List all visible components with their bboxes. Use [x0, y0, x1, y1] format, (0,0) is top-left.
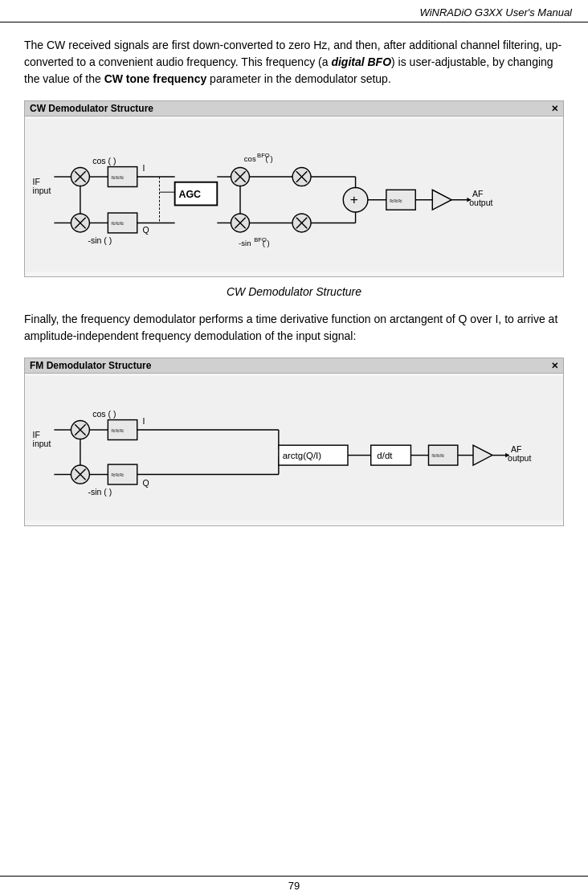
svg-text:≈≈≈: ≈≈≈ — [390, 196, 402, 205]
svg-text:+: + — [350, 191, 358, 207]
svg-text:≈≈≈: ≈≈≈ — [111, 426, 124, 435]
svg-text:≈≈≈: ≈≈≈ — [431, 451, 444, 460]
svg-text:≈≈≈: ≈≈≈ — [111, 470, 124, 479]
svg-text:I: I — [142, 163, 145, 173]
svg-text:input: input — [33, 439, 51, 448]
svg-text:Q: Q — [142, 478, 149, 488]
intro-paragraph: The CW received signals are first down-c… — [24, 37, 564, 88]
page-footer: 79 — [0, 876, 588, 895]
svg-text:( ): ( ) — [266, 154, 273, 163]
svg-text:Q: Q — [142, 225, 149, 235]
fm-diagram-container: FM Demodulator Structure ✕ IF input — [24, 358, 564, 526]
cw-diagram-container: CW Demodulator Structure ✕ IF input — [24, 100, 564, 277]
fm-diagram-titlebar: FM Demodulator Structure ✕ — [25, 358, 563, 374]
cw-diagram-title: CW Demodulator Structure — [30, 103, 153, 114]
cw-diagram-svg: IF input cos ( ) -sin ( — [25, 116, 563, 274]
header-title: WiNRADiO G3XX User's Manual — [420, 6, 572, 18]
middle-paragraph: Finally, the frequency demodulator perfo… — [24, 311, 564, 345]
svg-text:AF: AF — [511, 444, 521, 454]
svg-text:IF: IF — [33, 177, 40, 186]
page-number: 79 — [288, 880, 300, 892]
svg-text:input: input — [33, 186, 51, 195]
svg-text:-sin ( ): -sin ( ) — [88, 235, 112, 245]
cw-caption: CW Demodulator Structure — [24, 285, 564, 298]
intro-text-3: parameter in the demodulator setup. — [206, 72, 391, 85]
svg-text:cos ( ): cos ( ) — [92, 409, 116, 419]
svg-text:cos ( ): cos ( ) — [92, 156, 116, 166]
fm-diagram-svg: IF input cos ( ) -sin ( — [25, 374, 563, 523]
svg-text:d/dt: d/dt — [377, 451, 393, 460]
svg-text:≈≈≈: ≈≈≈ — [111, 173, 124, 182]
page-header: WiNRADiO G3XX User's Manual — [0, 0, 588, 22]
fm-diagram-close[interactable]: ✕ — [551, 361, 558, 371]
intro-bold: CW tone frequency — [104, 72, 207, 85]
svg-text:-sin ( ): -sin ( ) — [88, 487, 112, 497]
svg-text:AF: AF — [472, 189, 483, 198]
page: WiNRADiO G3XX User's Manual The CW recei… — [0, 0, 588, 895]
svg-text:AGC: AGC — [178, 189, 201, 200]
svg-text:≈≈≈: ≈≈≈ — [111, 219, 124, 227]
svg-text:I: I — [142, 416, 145, 426]
cw-diagram-body: IF input cos ( ) -sin ( — [25, 116, 563, 274]
svg-text:output: output — [508, 453, 531, 463]
svg-text:-sin: -sin — [239, 239, 251, 247]
svg-text:IF: IF — [33, 430, 40, 439]
fm-diagram-title: FM Demodulator Structure — [30, 360, 151, 371]
svg-text:( ): ( ) — [263, 239, 270, 247]
fm-diagram-body: IF input cos ( ) -sin ( — [25, 374, 563, 523]
svg-text:arctg(Q/I): arctg(Q/I) — [283, 451, 322, 460]
svg-text:output: output — [469, 198, 492, 207]
cw-diagram-titlebar: CW Demodulator Structure ✕ — [25, 101, 563, 116]
svg-text:cos: cos — [244, 154, 256, 163]
main-content: The CW received signals are first down-c… — [0, 22, 588, 558]
intro-bold-italic: digital BFO — [331, 55, 391, 68]
cw-diagram-close[interactable]: ✕ — [551, 104, 558, 114]
